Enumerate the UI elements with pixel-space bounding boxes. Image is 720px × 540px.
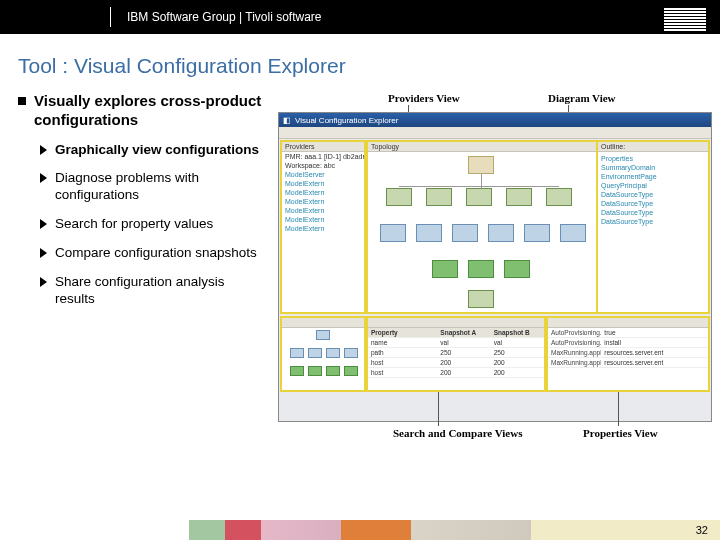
page-number: 32 — [696, 524, 708, 536]
tree-row: ModelExtern — [282, 215, 364, 224]
tree-row: Properties — [598, 154, 708, 163]
tree-row: QueryPrincipal — [598, 181, 708, 190]
cell: name — [368, 338, 437, 348]
callout-providers: Providers View — [388, 92, 460, 104]
prop-val: true — [601, 328, 708, 338]
table-header: Property — [368, 328, 437, 338]
prop-key: AutoProvisioning.supported — [548, 328, 601, 338]
callout-line — [438, 392, 439, 426]
header-label: IBM Software Group | Tivoli software — [127, 10, 322, 24]
header-bar: IBM Software Group | Tivoli software — [0, 0, 720, 34]
cell: val — [491, 338, 544, 348]
outline-list: Properties SummaryDomain EnvironmentPage… — [598, 152, 708, 226]
cell: host — [368, 358, 437, 368]
mini-node — [290, 366, 304, 376]
sub-bullet: Share configuration analysis results — [40, 274, 268, 308]
node — [466, 188, 492, 206]
cell: 250 — [437, 348, 490, 358]
node — [546, 188, 572, 206]
node — [468, 156, 494, 174]
cell: host — [368, 368, 437, 378]
mini-tree — [284, 328, 362, 388]
main-bullet: Visually explores cross-product configur… — [18, 92, 268, 130]
window-icon: ◧ — [283, 116, 291, 125]
connector — [399, 186, 559, 187]
properties-pane: AutoProvisioning.supported true AutoProv… — [547, 317, 709, 391]
app-titlebar: ◧ Visual Configuration Explorer — [279, 113, 711, 127]
sub-bullet: Search for property values — [40, 216, 268, 233]
sub-bullet: Graphically view configurations — [40, 142, 268, 159]
mini-node — [308, 366, 322, 376]
search-table: Property Snapshot A Snapshot B name val … — [368, 328, 544, 378]
arrow-icon — [40, 248, 47, 258]
callout-properties: Properties View — [583, 427, 658, 439]
pane-title: Providers — [282, 142, 364, 152]
app-window: ◧ Visual Configuration Explorer Provider… — [278, 112, 712, 422]
providers-pane: Providers PMR: aaa.1 [ID-1] db2admin Wor… — [281, 141, 365, 313]
pane-title: Outline: AS_Pm_R_01_WSSProperties — [598, 142, 708, 152]
tree-row: DataSourceType — [598, 217, 708, 226]
search-compare-pane: Property Snapshot A Snapshot B name val … — [367, 317, 545, 391]
callout-line — [618, 392, 619, 426]
bullets-column: Visually explores cross-product configur… — [18, 92, 268, 320]
cell: 200 — [437, 368, 490, 378]
sub-bullet-text: Share configuration analysis results — [55, 274, 268, 308]
arrow-icon — [40, 277, 47, 287]
tree-row: ModelExtern — [282, 188, 364, 197]
pane-title — [368, 318, 544, 328]
node — [380, 224, 406, 242]
properties-table: AutoProvisioning.supported true AutoProv… — [548, 328, 708, 368]
cell: path — [368, 348, 437, 358]
app-toolbar — [279, 127, 711, 139]
arrow-icon — [40, 173, 47, 183]
sub-bullet: Compare configuration snapshots — [40, 245, 268, 262]
sub-bullet-text: Compare configuration snapshots — [55, 245, 257, 262]
tree-row: DataSourceType — [598, 190, 708, 199]
node — [524, 224, 550, 242]
tree-row: ModelExtern — [282, 179, 364, 188]
prop-val: resources.server.ent — [601, 358, 708, 368]
mini-node — [316, 330, 330, 340]
sub-bullet-text: Search for property values — [55, 216, 213, 233]
outline-pane: Outline: AS_Pm_R_01_WSSProperties Proper… — [597, 141, 709, 313]
node — [560, 224, 586, 242]
sub-bullet-text: Diagnose problems with configurations — [55, 170, 268, 204]
table-header: Snapshot A — [437, 328, 490, 338]
mini-node — [344, 348, 358, 358]
node — [504, 260, 530, 278]
node — [488, 224, 514, 242]
callout-diagram: Diagram View — [548, 92, 616, 104]
tree-row: ModelServer — [282, 170, 364, 179]
cell: val — [437, 338, 490, 348]
sub-bullet: Diagnose problems with configurations — [40, 170, 268, 204]
diagram-pane: Topology — [367, 141, 597, 313]
pane-title — [282, 318, 364, 328]
tree-row: PMR: aaa.1 [ID-1] db2admin — [282, 152, 364, 161]
node — [468, 290, 494, 308]
tree-row: Workspace: abc — [282, 161, 364, 170]
bullet-square-icon — [18, 97, 26, 105]
arrow-icon — [40, 145, 47, 155]
tree-row: ModelExtern — [282, 197, 364, 206]
tree-row: EnvironmentPage — [598, 172, 708, 181]
prop-key: MaxRunning.applied.CrossThreads — [548, 348, 601, 358]
table-header: Snapshot B — [491, 328, 544, 338]
app-title: Visual Configuration Explorer — [295, 116, 398, 125]
prop-val: resources.server.ent — [601, 348, 708, 358]
tree-row: SummaryDomain — [598, 163, 708, 172]
pane-title: Topology — [368, 142, 596, 152]
tree-row: ModelExtern — [282, 224, 364, 233]
node — [386, 188, 412, 206]
prop-key: AutoProvisioning.applicationFolder — [548, 338, 601, 348]
main-bullet-text: Visually explores cross-product configur… — [34, 92, 268, 130]
node — [416, 224, 442, 242]
prop-key: MaxRunning.applied.ThreadPool — [548, 358, 601, 368]
cell: 250 — [491, 348, 544, 358]
cell: 200 — [491, 358, 544, 368]
content-area: Visually explores cross-product configur… — [0, 92, 720, 320]
mini-node — [290, 348, 304, 358]
pane-title — [548, 318, 708, 328]
mini-node — [344, 366, 358, 376]
sub-bullet-text: Graphically view configurations — [55, 142, 259, 159]
mini-node — [308, 348, 322, 358]
